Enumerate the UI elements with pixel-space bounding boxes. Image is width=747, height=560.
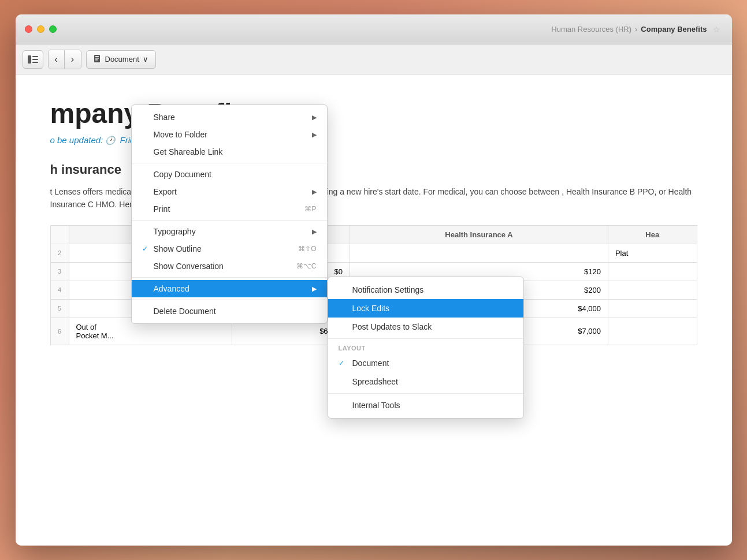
row-6-num: 6 bbox=[50, 318, 69, 345]
content-area: mpany Benefits o be updated: 🕐 Friday, D… bbox=[16, 74, 732, 546]
section-title: h insurance bbox=[50, 162, 697, 177]
row-2-col-c bbox=[350, 244, 608, 262]
document-content: mpany Benefits o be updated: 🕐 Friday, D… bbox=[16, 74, 732, 546]
table-corner bbox=[50, 225, 69, 244]
minimize-button[interactable] bbox=[37, 25, 44, 33]
col-health-b-header: Hea bbox=[608, 225, 697, 244]
row-3-col-c: $120 bbox=[350, 262, 608, 281]
update-label: o be updated: bbox=[50, 135, 103, 145]
row-6-label: Out of Pocket M... bbox=[69, 318, 232, 345]
svg-rect-2 bbox=[32, 59, 38, 60]
row-2-num: 2 bbox=[50, 244, 69, 262]
table-row: 2 PPO Plat bbox=[50, 244, 697, 262]
row-5-col-c: $4,000 bbox=[350, 299, 608, 318]
col-c-header: C bbox=[232, 225, 350, 244]
table-row: 4 $0 $200 bbox=[50, 281, 697, 299]
col-health-a-header: Health Insurance A bbox=[350, 225, 608, 244]
favorite-icon[interactable]: ☆ bbox=[713, 25, 720, 34]
toolbar: ‹ › Document ∨ bbox=[16, 44, 732, 74]
row-5-num: 5 bbox=[50, 299, 69, 318]
svg-rect-3 bbox=[32, 62, 38, 63]
body-text: t Lenses offers medical, dental and visi… bbox=[50, 185, 697, 211]
fullscreen-button[interactable] bbox=[49, 25, 57, 33]
breadcrumb-separator: › bbox=[635, 25, 637, 33]
row-3-num: 3 bbox=[50, 262, 69, 281]
row-3-col-a bbox=[69, 262, 232, 281]
benefits-table: C Health Insurance A Hea 2 PPO Plat 3 bbox=[50, 225, 697, 345]
document-menu-arrow: ∨ bbox=[143, 55, 148, 64]
clock-icon: 🕐 bbox=[105, 136, 115, 145]
forward-button[interactable]: › bbox=[65, 50, 81, 69]
table-row: 6 Out of Pocket M... $6,000 $7,000 bbox=[50, 318, 697, 345]
traffic-lights bbox=[25, 25, 57, 33]
row-5-col-a bbox=[69, 299, 232, 318]
row-4-num: 4 bbox=[50, 281, 69, 299]
document-icon bbox=[94, 55, 102, 64]
row-2-col-b: PPO bbox=[232, 244, 350, 262]
row-6-col-c: $7,000 bbox=[350, 318, 608, 345]
app-window: Human Resources (HR) › Company Benefits … bbox=[16, 14, 732, 546]
sidebar-toggle-button[interactable] bbox=[23, 50, 43, 69]
svg-rect-6 bbox=[95, 58, 99, 59]
close-button[interactable] bbox=[25, 25, 32, 33]
row-4-col-d bbox=[608, 281, 697, 299]
nav-group: ‹ › bbox=[48, 50, 81, 69]
row-2-col-a bbox=[69, 244, 232, 262]
back-icon: ‹ bbox=[54, 54, 57, 65]
row-5-col-b: $3,000 bbox=[232, 299, 350, 318]
row-6-col-b: $6,000 bbox=[232, 318, 350, 345]
svg-rect-7 bbox=[95, 59, 98, 61]
row-3-col-d bbox=[608, 262, 697, 281]
breadcrumb-current: Company Benefits bbox=[641, 25, 707, 33]
back-button[interactable]: ‹ bbox=[49, 50, 65, 69]
svg-rect-0 bbox=[28, 55, 31, 64]
titlebar: Human Resources (HR) › Company Benefits … bbox=[16, 14, 732, 44]
page-title: mpany Benefits bbox=[50, 98, 697, 129]
row-2-col-d: Plat bbox=[608, 244, 697, 262]
doc-update-line: o be updated: 🕐 Friday, December 29 bbox=[50, 135, 697, 145]
col-b-header bbox=[69, 225, 232, 244]
row-3-col-b: $0 bbox=[232, 262, 350, 281]
forward-icon: › bbox=[71, 54, 74, 65]
row-4-col-b: $0 bbox=[232, 281, 350, 299]
document-menu-label: Document bbox=[105, 55, 139, 64]
row-4-col-c: $200 bbox=[350, 281, 608, 299]
update-date: Friday, December 29 bbox=[120, 135, 200, 145]
table-row: 3 $0 $120 bbox=[50, 262, 697, 281]
svg-rect-1 bbox=[32, 56, 38, 57]
row-4-col-a bbox=[69, 281, 232, 299]
breadcrumb: Human Resources (HR) › Company Benefits … bbox=[551, 25, 720, 34]
row-6-col-d bbox=[608, 318, 697, 345]
svg-rect-5 bbox=[95, 56, 99, 57]
table-row: 5 $3,000 $4,000 bbox=[50, 299, 697, 318]
breadcrumb-parent: Human Resources (HR) bbox=[551, 25, 631, 33]
row-5-col-d bbox=[608, 299, 697, 318]
sidebar-icon bbox=[28, 55, 38, 64]
document-menu-button[interactable]: Document ∨ bbox=[86, 50, 156, 69]
